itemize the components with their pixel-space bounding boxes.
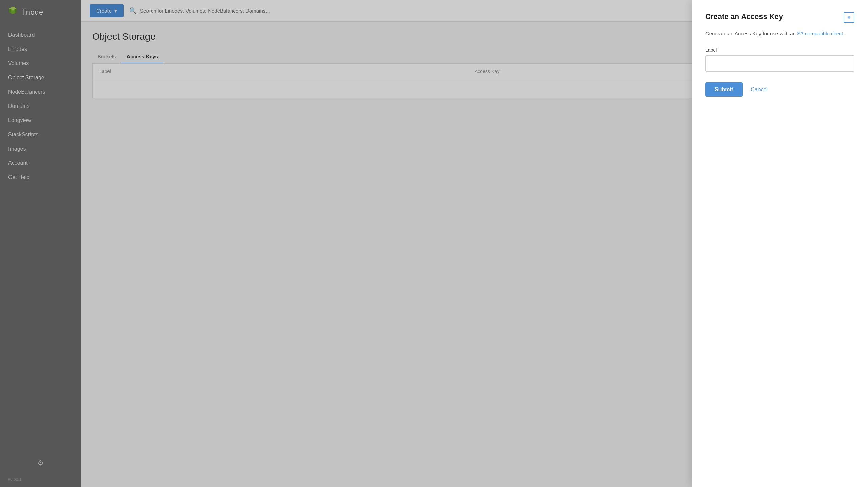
dialog-description: Generate an Access Key for use with an S… [705,30,854,38]
dialog-desc-prefix: Generate an Access Key for use with an [705,31,797,36]
label-field-label: Label [705,47,854,53]
dialog-title: Create an Access Key [705,12,783,21]
label-input[interactable] [705,55,854,72]
create-access-key-dialog: Create an Access Key × Generate an Acces… [692,0,868,487]
close-dialog-button[interactable]: × [844,12,854,23]
s3-client-link[interactable]: S3-compatible client. [797,31,844,36]
dialog-actions: Submit Cancel [705,82,854,97]
cancel-button[interactable]: Cancel [751,86,768,93]
submit-button[interactable]: Submit [705,82,743,97]
dialog-header: Create an Access Key × [705,12,854,23]
